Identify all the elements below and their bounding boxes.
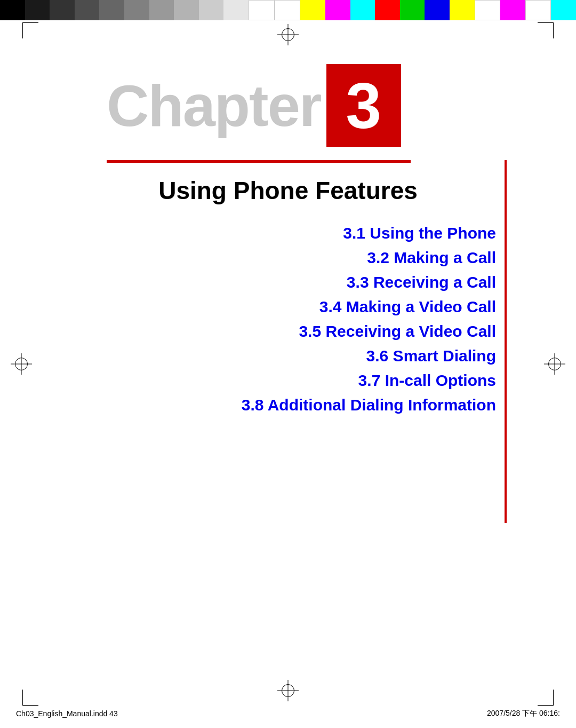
toc-item-7: 3.7 In-call Options (358, 371, 496, 390)
color-seg-2 (25, 0, 50, 20)
toc-item-8: 3.8 Additional Dialing Information (242, 396, 496, 414)
color-seg-11 (249, 0, 275, 20)
footer-filename: Ch03_English_Manual.indd 43 (16, 709, 118, 718)
color-seg-magenta (325, 0, 350, 20)
toc-item-4: 3.4 Making a Video Call (319, 298, 496, 316)
crop-mark-tr (538, 22, 554, 38)
color-seg-3 (50, 0, 75, 20)
chapter-underline (107, 160, 411, 163)
reg-mark-bottom (277, 680, 299, 701)
chapter-header: Chapter 3 (107, 64, 401, 147)
color-seg-red (375, 0, 400, 20)
color-seg-5 (99, 0, 124, 20)
reg-mark-right (544, 353, 565, 375)
chapter-number-box: 3 (326, 64, 401, 147)
red-vertical-line (505, 160, 507, 523)
reg-mark-top (277, 24, 299, 45)
color-seg-10 (223, 0, 249, 20)
color-seg-1 (0, 0, 25, 20)
toc-item-6: 3.6 Smart Dialing (366, 347, 496, 365)
color-seg-cyan (350, 0, 375, 20)
color-seg-green (400, 0, 425, 20)
color-seg-magenta2 (500, 0, 525, 20)
color-seg-8 (174, 0, 199, 20)
crop-mark-br (538, 690, 554, 706)
color-seg-white3 (525, 0, 551, 20)
color-seg-yellow (300, 0, 325, 20)
color-seg-4 (75, 0, 100, 20)
color-seg-6 (124, 0, 149, 20)
footer: Ch03_English_Manual.indd 43 2007/5/28 下午… (0, 709, 576, 718)
toc-item-5: 3.5 Receiving a Video Call (299, 322, 496, 341)
crop-mark-bl (22, 690, 38, 706)
crop-mark-tl (22, 22, 38, 38)
color-seg-12 (275, 0, 301, 20)
toc-container: 3.1 Using the Phone 3.2 Making a Call 3.… (69, 224, 496, 421)
page-title: Using Phone Features (69, 176, 507, 205)
toc-item-2: 3.2 Making a Call (367, 249, 496, 267)
color-seg-yellow2 (450, 0, 475, 20)
chapter-number: 3 (346, 74, 381, 138)
toc-item-3: 3.3 Receiving a Call (347, 273, 496, 291)
color-seg-blue (425, 0, 450, 20)
footer-timestamp: 2007/5/28 下午 06:16: (487, 709, 560, 718)
chapter-label: Chapter (107, 76, 321, 135)
color-bar (0, 0, 576, 20)
color-seg-white2 (475, 0, 501, 20)
color-seg-9 (199, 0, 224, 20)
color-seg-cyan2 (551, 0, 576, 20)
color-seg-7 (149, 0, 174, 20)
toc-item-1: 3.1 Using the Phone (343, 224, 496, 242)
reg-mark-left (11, 353, 32, 375)
